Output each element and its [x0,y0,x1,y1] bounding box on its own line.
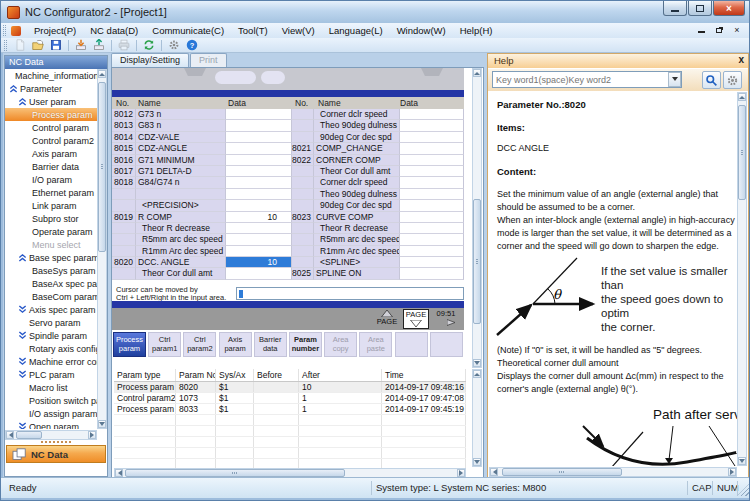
close-button[interactable]: × [713,1,745,16]
param-data-cell[interactable] [226,234,292,245]
menu-window-w[interactable]: Window(W) [390,24,453,37]
mdi-close-button[interactable]: × [731,24,743,35]
param-data-cell[interactable] [400,143,464,154]
param-data-cell[interactable] [226,166,292,177]
param-data-cell[interactable] [400,223,464,234]
param-data-cell[interactable] [226,200,292,211]
param-data-cell[interactable] [226,223,292,234]
param-data-cell[interactable] [400,268,464,279]
param-data-cell[interactable] [226,143,292,154]
param-data-cell[interactable] [400,177,464,188]
chevron-double-up-icon[interactable] [18,97,29,106]
softkey-ctrl-param1[interactable]: Ctrl param1 [148,332,181,357]
tree-item-barrier-data[interactable]: Barrier data [5,160,97,173]
history-vertical-scrollbar[interactable] [472,369,482,467]
param-data-cell[interactable] [226,109,292,120]
chevron-double-down-icon[interactable] [18,370,29,379]
scroll-thumb[interactable] [502,468,622,476]
history-col-after[interactable]: After [299,369,382,381]
scroll-right-button[interactable] [457,469,465,477]
param-data-cell[interactable] [400,155,464,166]
tree-item-user-param[interactable]: User param [5,95,97,108]
scroll-thumb[interactable] [16,431,42,439]
minimize-button[interactable] [663,1,687,16]
param-data-cell-selected[interactable]: 10 [226,257,292,268]
tree-item-basecom-param[interactable]: BaseCom param [5,290,97,303]
softkey-barrier-data[interactable]: Barrier data [254,332,287,357]
tree-item-ethernet-param[interactable]: Ethernet param [5,186,97,199]
page-up-button[interactable]: PAGE [374,309,400,329]
mdi-restore-button[interactable] [713,24,725,35]
param-data-cell[interactable] [400,257,464,268]
mdi-document-icon[interactable] [11,26,21,36]
tree-item-control-param[interactable]: Control param [5,121,97,134]
scroll-thumb[interactable] [98,82,106,252]
scroll-up-button[interactable] [473,370,481,378]
tree-item-baseax-spec-param[interactable]: BaseAx spec param [5,277,97,290]
nc-data-read-button[interactable] [73,38,89,52]
history-row[interactable]: Control param21073$112014-09-17 09:47:08 [114,393,466,404]
scroll-right-button[interactable] [88,431,96,439]
param-data-cell[interactable] [400,166,464,177]
tree-item-i-o-assign-param[interactable]: I/O assign param [5,407,97,420]
nc-data-write-button[interactable] [91,38,107,52]
param-data-cell[interactable] [226,155,292,166]
scroll-down-button[interactable] [98,420,106,428]
tree-item-rotary-axis-config[interactable]: Rotary axis config [5,342,97,355]
page-down-button[interactable]: PAGE [403,309,429,329]
scroll-up-button[interactable] [473,69,481,77]
history-col-sys-ax[interactable]: Sys/Ax [216,369,254,381]
chevron-down-icon[interactable] [668,72,681,87]
history-col-param-no[interactable]: Param No. [176,369,216,381]
settings-button[interactable] [166,38,182,52]
history-col-before[interactable]: Before [254,369,299,381]
tree-item-basesys-param[interactable]: BaseSys param [5,264,97,277]
param-data-cell[interactable] [226,246,292,257]
history-row[interactable]: Process param8033$112014-09-17 09:45:19 [114,404,466,415]
mdi-minimize-button[interactable] [695,24,707,35]
history-col-time[interactable]: Time [382,369,466,381]
softkey-blank[interactable] [430,332,463,357]
value-input-area[interactable] [236,287,464,300]
param-data-cell[interactable] [400,234,464,245]
help-close-icon[interactable]: x [738,54,744,65]
keyword-search-input[interactable] [492,71,682,88]
chevron-double-down-icon[interactable] [18,357,29,366]
tab-print[interactable]: Print [190,53,227,67]
tree-item-axis-param[interactable]: Axis param [5,147,97,160]
chevron-double-up-icon[interactable] [18,253,29,262]
softkey-ctrl-param2[interactable]: Ctrl param2 [183,332,216,357]
open-file-button[interactable] [30,38,46,52]
tree-item-machine-information[interactable]: Machine_information [5,69,97,82]
scroll-down-button[interactable] [738,457,746,465]
search-button[interactable] [702,71,721,89]
chevron-double-down-icon[interactable] [18,422,29,429]
param-data-cell[interactable]: 10 [226,212,292,223]
param-data-cell[interactable] [226,268,292,279]
param-data-cell[interactable] [400,212,464,223]
scroll-thumb[interactable] [738,105,746,200]
menu-project-p[interactable]: Project(P) [27,24,83,37]
history-row[interactable]: Process param8020$1102014-09-17 09:48:16 [114,382,466,393]
chevron-double-up-icon[interactable] [9,84,20,93]
chevron-double-down-icon[interactable] [18,305,29,314]
menu-tool-t[interactable]: Tool(T) [231,24,275,37]
softkey-process-param[interactable]: Process param [113,332,146,357]
scroll-left-button[interactable] [6,431,14,439]
communicate-button[interactable] [141,38,157,52]
softkey-param-number[interactable]: Param number [289,332,322,357]
tree-item-plc-param[interactable]: PLC param [5,368,97,381]
chevron-double-down-icon[interactable] [18,331,29,340]
softkey-area-paste[interactable]: Area paste [359,332,392,357]
param-data-cell[interactable] [226,132,292,143]
tree-vertical-scrollbar[interactable] [97,69,107,429]
scroll-up-button[interactable] [738,93,746,101]
maximize-button[interactable] [688,1,712,16]
menu-communicate-c[interactable]: Communicate(C) [145,24,231,37]
menu-help-h[interactable]: Help(H) [453,24,500,37]
tree-item-i-o-param[interactable]: I/O param [5,173,97,186]
scroll-down-button[interactable] [473,458,481,466]
tree-item-control-param2[interactable]: Control param2 [5,134,97,147]
param-data-cell[interactable] [400,189,464,200]
param-data-cell[interactable] [400,246,464,257]
